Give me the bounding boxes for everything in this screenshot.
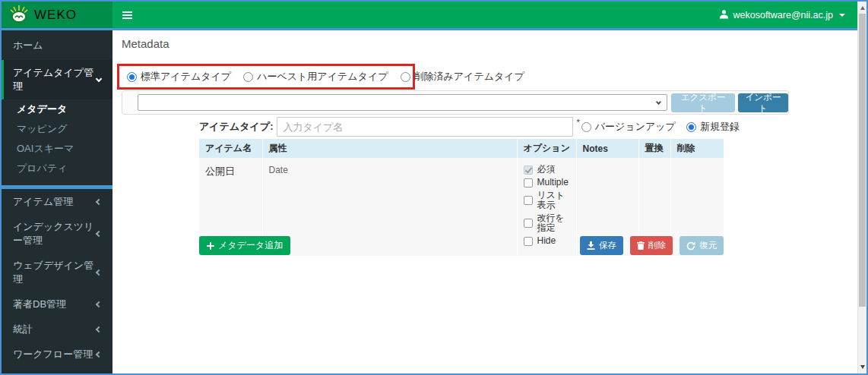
option-checkbox[interactable] — [524, 196, 533, 205]
chevron-down-icon — [656, 99, 661, 105]
sidebar-item-web-design-management[interactable]: ウェブデザイン管理 — [2, 253, 112, 291]
plus-icon — [207, 242, 214, 250]
item-type-radio-deleted-item-type[interactable]: 削除済みアイテムタイプ — [401, 70, 524, 84]
radio-icon — [127, 72, 137, 82]
weko-logo[interactable]: WEKO — [2, 2, 112, 28]
download-icon — [587, 241, 595, 250]
user-icon — [719, 9, 729, 21]
option-checkbox[interactable] — [524, 219, 533, 228]
sidebar-item-label: ウェブデザイン管理 — [13, 259, 97, 286]
option-改行を指定: 改行を指定 — [524, 213, 570, 233]
top-navbar: WEKO wekosoftware@nii.ac.jp — [2, 2, 857, 30]
restore-button[interactable]: 復元 — [680, 236, 724, 255]
scrollbar-up-arrow[interactable] — [858, 2, 866, 14]
sidebar-item-label: ホーム — [13, 39, 43, 52]
hamburger-menu-icon[interactable] — [122, 11, 132, 19]
sidebar-item-label: ワークフロー管理 — [13, 348, 93, 361]
navbar: wekosoftware@nii.ac.jp — [112, 2, 857, 28]
scrollbar-down-arrow[interactable] — [858, 361, 866, 373]
sidebar-item-label: 統計 — [13, 323, 33, 336]
user-account-menu[interactable]: wekosoftware@nii.ac.jp — [719, 9, 846, 21]
sidebar-item-label: 著者DB管理 — [13, 298, 66, 311]
radio-icon — [581, 122, 591, 132]
item-type-radio-harvest-item-type[interactable]: ハーベスト用アイテムタイプ — [243, 70, 388, 84]
option-label: リスト表示 — [537, 191, 570, 210]
register-mode-radio-new-registration[interactable]: 新規登録 — [686, 120, 740, 134]
required-mark: * — [576, 118, 579, 127]
chevron-left-icon — [96, 269, 102, 276]
column-header: アイテム名 — [199, 139, 262, 158]
sidebar-item-community-management[interactable]: コミュニティ管理 — [2, 367, 112, 373]
option-label: 必須 — [537, 165, 556, 175]
radio-icon — [686, 122, 696, 132]
option-リスト表示: リスト表示 — [524, 191, 570, 210]
column-header: Notes — [576, 139, 638, 158]
delete-label: 削除 — [648, 240, 666, 251]
sidebar-subitem-mapping[interactable]: マッピング — [2, 119, 112, 139]
chevron-down-icon — [96, 75, 102, 81]
actions-row: メタデータ追加 保存 削除 復元 — [199, 236, 724, 255]
page-title: Metadata — [122, 37, 169, 50]
add-metadata-button[interactable]: メタデータ追加 — [199, 236, 290, 255]
radio-label: バージョンアップ — [595, 120, 676, 134]
add-metadata-label: メタデータ追加 — [218, 239, 283, 252]
sidebar-item-author-db-management[interactable]: 著者DB管理 — [2, 291, 112, 317]
export-button[interactable]: エクスポート — [671, 93, 735, 112]
app-frame: WEKO wekosoftware@nii.ac.jp — [2, 2, 857, 373]
option-checkbox[interactable] — [524, 178, 533, 188]
column-header: 削除 — [670, 139, 724, 158]
delete-button[interactable]: 削除 — [630, 236, 673, 255]
radio-icon — [243, 72, 253, 82]
trash-icon — [637, 241, 645, 250]
chevron-left-icon — [96, 231, 102, 237]
chevron-left-icon — [96, 326, 102, 332]
register-mode-radio-group: バージョンアップ新規登録 — [581, 120, 740, 134]
sidebar-item-label: コミュニティ管理 — [13, 373, 93, 373]
vertical-scrollbar[interactable] — [857, 2, 866, 373]
refresh-icon — [686, 241, 695, 251]
user-email: wekosoftware@nii.ac.jp — [733, 10, 834, 20]
radio-label: ハーベスト用アイテムタイプ — [257, 70, 388, 84]
item-type-select[interactable] — [138, 94, 667, 111]
chevron-left-icon — [96, 351, 102, 358]
sidebar-subitem-metadata[interactable]: メタデータ — [2, 99, 112, 119]
item-type-name-input[interactable] — [277, 117, 573, 137]
caret-down-icon — [839, 14, 845, 17]
save-button[interactable]: 保存 — [580, 236, 623, 255]
sidebar-submenu: メタデータマッピングOAIスキーマプロパティ — [2, 99, 112, 178]
sidebar-item-statistics[interactable]: 統計 — [2, 317, 112, 342]
option-label: 改行を指定 — [537, 213, 570, 233]
restore-label: 復元 — [699, 240, 717, 251]
sidebar-item-item-type-management[interactable]: アイテムタイプ管理 — [2, 60, 112, 99]
scrollbar-thumb[interactable] — [859, 14, 866, 307]
chevron-left-icon — [96, 301, 102, 307]
weko-logo-icon — [9, 5, 29, 26]
weko-logo-text: WEKO — [34, 8, 77, 23]
save-label: 保存 — [599, 240, 616, 251]
register-mode-radio-version-up[interactable]: バージョンアップ — [581, 120, 676, 134]
import-button[interactable]: インポート — [738, 93, 788, 112]
sidebar-item-home[interactable]: ホーム — [2, 30, 112, 60]
sidebar-sections: アイテム管理インデックスツリー管理ウェブデザイン管理著者DB管理統計ワークフロー… — [2, 189, 112, 373]
radio-label: 削除済みアイテムタイプ — [414, 70, 524, 84]
sidebar-subitem-properties[interactable]: プロパティ — [2, 159, 112, 178]
sidebar-item-label: アイテムタイプ管理 — [13, 66, 97, 93]
sidebar-subitem-oai-schema[interactable]: OAIスキーマ — [2, 139, 112, 159]
sidebar-item-index-tree-management[interactable]: インデックスツリー管理 — [2, 214, 112, 253]
table-header-row: アイテム名属性オプションNotes置換削除 — [199, 139, 724, 158]
sidebar-item-label: アイテム管理 — [13, 195, 73, 209]
chevron-left-icon — [96, 199, 102, 205]
item-type-form-row: アイテムタイプ: * バージョンアップ新規登録 — [112, 116, 857, 137]
item-type-radio-standard-item-type[interactable]: 標準アイテムタイプ — [127, 70, 231, 84]
option-必須: 必須 — [524, 165, 570, 175]
sidebar-item-workflow-management[interactable]: ワークフロー管理 — [2, 342, 112, 367]
radio-label: 新規登録 — [700, 120, 740, 134]
option-multiple: Multiple — [524, 178, 570, 188]
item-type-radio-group-highlighted: 標準アイテムタイプハーベスト用アイテムタイプ削除済みアイテムタイプ — [117, 64, 415, 90]
column-header: 属性 — [262, 139, 517, 158]
column-header: オプション — [517, 139, 576, 158]
radio-icon — [401, 72, 410, 82]
sidebar: ホーム アイテムタイプ管理 メタデータマッピングOAIスキーマプロパティ アイテ… — [2, 30, 112, 373]
sidebar-item-item-management[interactable]: アイテム管理 — [2, 189, 112, 214]
item-type-label: アイテムタイプ: — [199, 120, 273, 134]
